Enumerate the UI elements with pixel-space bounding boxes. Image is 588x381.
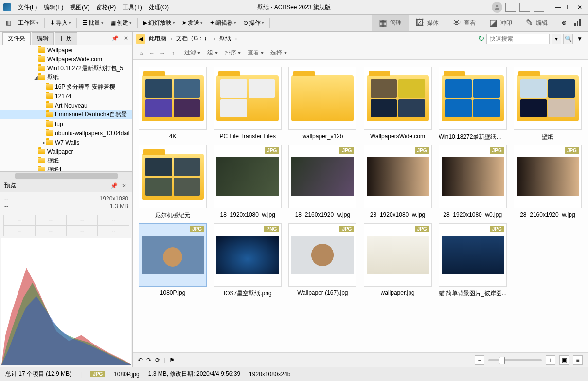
home-icon[interactable]: ⌂ bbox=[137, 49, 145, 57]
thumb-item[interactable]: JPG18_2160x1920_w.jpg bbox=[286, 145, 358, 219]
account-icon[interactable] bbox=[492, 2, 502, 13]
refresh-icon[interactable]: ↻ bbox=[478, 34, 484, 43]
maximize-button[interactable]: ☐ bbox=[564, 3, 574, 12]
zoom-slider[interactable] bbox=[488, 359, 542, 361]
rating-icon[interactable]: ⚑ bbox=[169, 357, 175, 363]
menu-file[interactable]: 文件(F) bbox=[15, 2, 40, 13]
search-dropdown-icon[interactable]: ▾ bbox=[552, 34, 561, 44]
mode-develop[interactable]: ◪冲印 bbox=[482, 15, 519, 31]
thumb-label: WallpapersWide.com bbox=[370, 133, 425, 140]
zoom-in-button[interactable]: + bbox=[546, 355, 555, 365]
thumb-item[interactable]: PNGIOS7星空壁纸.png bbox=[212, 223, 284, 298]
tab-folders[interactable]: 文件夹 bbox=[2, 32, 31, 45]
up-icon[interactable]: ↑ bbox=[169, 49, 178, 57]
tree-item[interactable]: WallpapersWide.com bbox=[0, 54, 132, 64]
menu-tools[interactable]: 工具(T) bbox=[120, 2, 144, 13]
panels-toggle-icon[interactable]: ▥ bbox=[3, 18, 14, 28]
menu-panes[interactable]: 窗格(P) bbox=[93, 2, 119, 13]
thumb-item[interactable]: JPG1080P.jpg bbox=[137, 223, 209, 298]
tab-edit[interactable]: 编辑 bbox=[32, 32, 54, 45]
rotate-left-icon[interactable]: ↶ bbox=[138, 357, 143, 363]
pin-icon[interactable]: 📌 bbox=[109, 34, 121, 43]
globe-icon[interactable]: ⊛ bbox=[559, 18, 569, 28]
tb-import[interactable]: ⬇ 导入 ▾ bbox=[48, 18, 73, 29]
bc-root[interactable]: 此电脑 bbox=[147, 34, 168, 44]
thumb-label: IOS7星空壁纸.png bbox=[224, 290, 272, 298]
tb-editor[interactable]: ✦ 编辑器 ▾ bbox=[207, 18, 239, 29]
thumb-item[interactable]: JPG28_1920x1080_w.jpg bbox=[362, 145, 434, 219]
thumb-item[interactable]: 尼尔机械纪元 bbox=[137, 145, 209, 219]
minimize-button[interactable]: — bbox=[553, 3, 563, 12]
tb-create[interactable]: ▦ 创建 ▾ bbox=[108, 18, 134, 29]
refresh-thumbs-icon[interactable]: ⟳ bbox=[155, 357, 160, 363]
tree-item[interactable]: Art Nouveau bbox=[0, 101, 132, 110]
fit-button[interactable]: ▣ bbox=[559, 355, 569, 365]
tb-slideshow[interactable]: ▶ 幻灯放映 ▾ bbox=[141, 18, 178, 29]
close-button[interactable]: ✕ bbox=[575, 3, 585, 12]
thumb-item[interactable]: PC File Transfer Files bbox=[212, 67, 284, 141]
mode-manage[interactable]: ▦管理 bbox=[372, 15, 409, 31]
rotate-right-icon[interactable]: ↷ bbox=[146, 357, 151, 363]
tree-item[interactable]: ▸W7 Walls bbox=[0, 138, 132, 147]
thumb-item[interactable]: 4K bbox=[137, 67, 209, 141]
bc-drive[interactable]: 文档（G：） bbox=[175, 34, 211, 44]
vb-filter[interactable]: 过滤 ▾ bbox=[184, 49, 200, 57]
nav-back-icon[interactable]: ◀ bbox=[136, 34, 145, 44]
tree-item[interactable]: tup bbox=[0, 119, 132, 128]
search-input[interactable] bbox=[486, 34, 550, 44]
tree-item[interactable]: Wallpaper bbox=[0, 147, 132, 156]
tree-scroll-h[interactable] bbox=[0, 172, 132, 180]
tb-workspace[interactable]: 工作区 ▾ bbox=[16, 18, 41, 29]
tab-calendar[interactable]: 日历 bbox=[55, 32, 77, 45]
thumb-item[interactable]: JPGWallpaper (167).jpg bbox=[286, 223, 358, 298]
window-control-box2[interactable] bbox=[519, 3, 530, 12]
vb-select[interactable]: 选择 ▾ bbox=[270, 49, 286, 57]
bc-folder[interactable]: 壁纸 bbox=[218, 34, 232, 44]
tb-send[interactable]: ➤ 发送 ▾ bbox=[179, 18, 205, 29]
window-control-box3[interactable] bbox=[534, 3, 544, 12]
thumb-item[interactable]: JPGwallpaper.jpg bbox=[362, 223, 434, 298]
vb-sort[interactable]: 排序 ▾ bbox=[225, 49, 241, 57]
tree-item[interactable]: 16P 多分辨率 安静若樱 bbox=[0, 82, 132, 91]
close-panel-icon[interactable]: ✕ bbox=[122, 34, 130, 43]
tree-item[interactable]: ubuntu-wallpapers_13.04dail bbox=[0, 128, 132, 138]
tree-item[interactable]: 壁纸1 bbox=[0, 165, 132, 172]
back-icon[interactable]: ← bbox=[147, 49, 156, 57]
filter-icon[interactable]: ▼ bbox=[575, 34, 585, 44]
thumb-item[interactable]: JPG猫,简单背景图片_彼岸图... bbox=[437, 223, 509, 298]
preview-pin-icon[interactable]: 📌 bbox=[108, 181, 120, 190]
chart-icon[interactable] bbox=[573, 18, 583, 28]
thumb-item[interactable]: JPG28_1920x1080_w0.jpg bbox=[437, 145, 509, 219]
thumb-item[interactable]: Win10.18272最新壁纸打... bbox=[437, 67, 509, 141]
vb-view[interactable]: 查看 ▾ bbox=[248, 49, 264, 57]
list-button[interactable]: ≡ bbox=[573, 355, 583, 365]
tree-item[interactable]: Win10.18272最新壁纸打包_5 bbox=[0, 64, 132, 73]
tb-batch[interactable]: ☰ 批量 ▾ bbox=[80, 18, 106, 29]
search-go-icon[interactable]: 🔍 bbox=[563, 34, 573, 44]
zoom-out-button[interactable]: − bbox=[475, 355, 484, 365]
thumb-item[interactable]: JPG18_1920x1080_w.jpg bbox=[212, 145, 284, 219]
menu-edit[interactable]: 编辑(E) bbox=[41, 2, 66, 13]
tree-item[interactable]: ◢壁纸 bbox=[0, 73, 132, 82]
thumb-item[interactable]: WallpapersWide.com bbox=[362, 67, 434, 141]
viewbar: ⌂ ← → ↑ 过滤 ▾ 组 ▾ 排序 ▾ 查看 ▾ 选择 ▾ bbox=[133, 46, 588, 60]
menu-view[interactable]: 视图(V) bbox=[67, 2, 92, 13]
tb-action[interactable]: ⊙ 操作 ▾ bbox=[241, 18, 267, 29]
mode-edit[interactable]: ✎编辑 bbox=[519, 15, 554, 31]
preview-close-icon[interactable]: ✕ bbox=[120, 181, 128, 190]
mode-view[interactable]: 👁查看 bbox=[445, 15, 482, 31]
tree-item[interactable]: 12174 bbox=[0, 91, 132, 101]
vb-group[interactable]: 组 ▾ bbox=[207, 49, 217, 57]
menu-process[interactable]: 处理(O) bbox=[146, 2, 172, 13]
thumb-item[interactable]: 壁纸 bbox=[512, 67, 584, 141]
thumb-item[interactable]: JPG28_2160x1920_w.jpg bbox=[512, 145, 584, 219]
window-control-box1[interactable] bbox=[505, 3, 516, 12]
tree-item[interactable]: 壁纸 bbox=[0, 156, 132, 165]
fwd-icon[interactable]: → bbox=[158, 49, 167, 57]
thumb-item[interactable]: wallpaper_v12b bbox=[286, 67, 358, 141]
folder-tree[interactable]: WallpaperWallpapersWide.comWin10.18272最新… bbox=[0, 45, 132, 172]
tree-item[interactable]: Emmanuel Dautriche自然景 bbox=[0, 110, 132, 119]
thumbnail-grid[interactable]: 4KPC File Transfer Fileswallpaper_v12bWa… bbox=[133, 60, 588, 352]
mode-media[interactable]: 🖼媒体 bbox=[409, 15, 445, 31]
tree-item[interactable]: Wallpaper bbox=[0, 45, 132, 54]
